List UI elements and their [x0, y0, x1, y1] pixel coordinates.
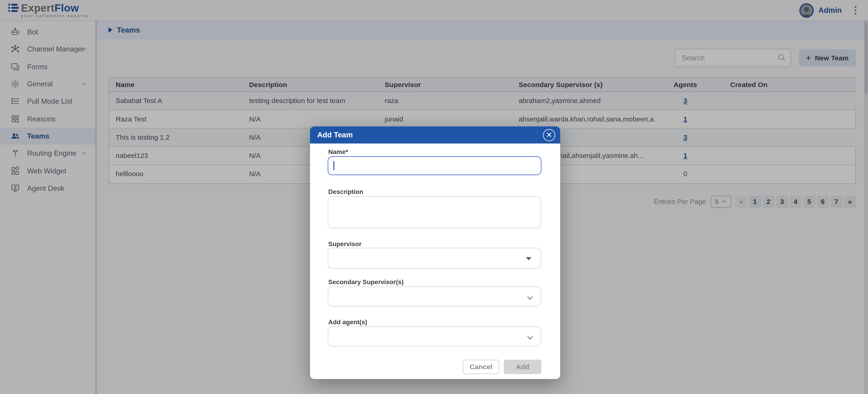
add-agents-select[interactable]: [328, 326, 541, 346]
add-button[interactable]: Add: [504, 360, 541, 374]
secondary-supervisor-label: Secondary Supervisor(s): [328, 279, 404, 285]
name-label: Name*: [328, 148, 348, 155]
add-agents-label: Add agent(s): [328, 318, 367, 325]
supervisor-select[interactable]: [328, 248, 541, 269]
team-description-textarea[interactable]: [328, 196, 541, 228]
add-team-modal: Add Team ✕ Name* Description Supervisor …: [310, 126, 560, 379]
dropdown-arrow-icon: [526, 257, 531, 260]
text-caret: [333, 161, 334, 170]
secondary-supervisor-select[interactable]: [328, 286, 541, 307]
team-name-input[interactable]: [328, 156, 541, 175]
modal-title: Add Team: [317, 131, 352, 139]
modal-footer: Cancel Add: [463, 360, 541, 374]
description-label: Description: [328, 189, 363, 195]
supervisor-label: Supervisor: [328, 241, 362, 247]
app-viewport: ExpertFlow your callcenter experts Admin…: [0, 0, 868, 394]
close-icon[interactable]: ✕: [543, 129, 555, 141]
chevron-down-icon: [527, 294, 534, 302]
cancel-button[interactable]: Cancel: [463, 360, 499, 374]
chevron-down-icon: [527, 334, 534, 341]
modal-header: Add Team ✕: [310, 126, 560, 143]
